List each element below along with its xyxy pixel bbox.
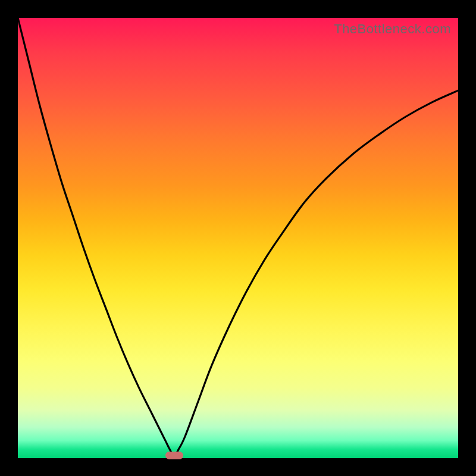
watermark-text: TheBottleneck.com	[334, 21, 451, 37]
minimum-marker	[165, 452, 183, 459]
bottleneck-curve	[18, 18, 458, 458]
plot-area: TheBottleneck.com	[18, 18, 458, 458]
chart-frame: TheBottleneck.com	[0, 0, 476, 476]
